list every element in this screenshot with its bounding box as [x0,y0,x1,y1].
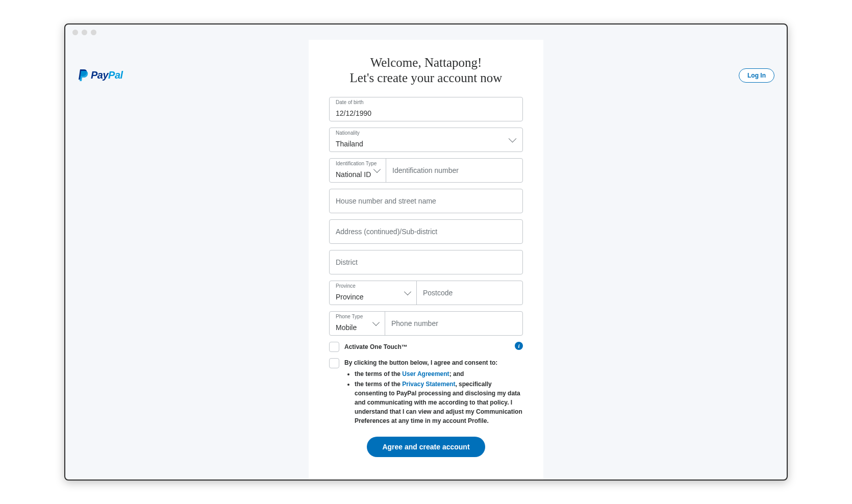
paypal-mark-icon [78,68,89,82]
paypal-wordmark: PayPal [91,69,123,81]
consent-row: By clicking the button below, I agree an… [329,358,523,426]
user-agreement-link[interactable]: User Agreement [402,370,449,377]
browser-window: PayPal Log In Welcome, Nattapong! Let's … [64,23,788,481]
info-icon[interactable]: i [515,342,523,350]
id-number-input[interactable]: Identification number [386,159,522,182]
page-headline: Welcome, Nattapong! Let's create your ac… [329,55,523,86]
dob-field[interactable]: Date of birth 12/12/1990 [329,97,523,121]
id-type-select[interactable]: Identification Type National ID [330,159,386,182]
nationality-select[interactable]: Nationality Thailand [329,128,523,152]
browser-titlebar [65,24,787,40]
traffic-light-minimize[interactable] [82,30,87,35]
paypal-logo: PayPal [78,68,123,82]
traffic-light-zoom[interactable] [91,30,96,35]
province-postcode-row: Province Province Postcode [329,281,523,305]
phone-row: Phone Type Mobile Phone number [329,311,523,336]
privacy-statement-link[interactable]: Privacy Statement [402,381,455,388]
login-button[interactable]: Log In [739,68,774,83]
dob-label: Date of birth [336,99,363,105]
province-select[interactable]: Province Province [330,281,416,305]
nationality-value: Thailand [336,140,363,148]
consent-checkbox[interactable] [329,358,339,368]
address2-input[interactable]: Address (continued)/Sub-district [329,219,523,244]
agree-create-button[interactable]: Agree and create account [367,437,485,457]
onetouch-row: Activate One Touch™ i [329,342,523,352]
dob-value: 12/12/1990 [336,109,371,117]
phone-type-select[interactable]: Phone Type Mobile [330,312,385,335]
page-viewport: PayPal Log In Welcome, Nattapong! Let's … [65,40,787,480]
district-input[interactable]: District [329,250,523,274]
traffic-light-close[interactable] [72,30,78,35]
postcode-input[interactable]: Postcode [417,281,522,305]
street-input[interactable]: House number and street name [329,189,523,213]
phone-number-input[interactable]: Phone number [385,312,522,335]
nationality-label: Nationality [336,130,360,136]
consent-text: By clicking the button below, I agree an… [344,358,523,426]
onetouch-checkbox[interactable] [329,342,339,352]
identification-row: Identification Type National ID Identifi… [329,158,523,183]
onetouch-label: Activate One Touch™ [344,342,408,350]
signup-panel: Welcome, Nattapong! Let's create your ac… [309,40,543,480]
